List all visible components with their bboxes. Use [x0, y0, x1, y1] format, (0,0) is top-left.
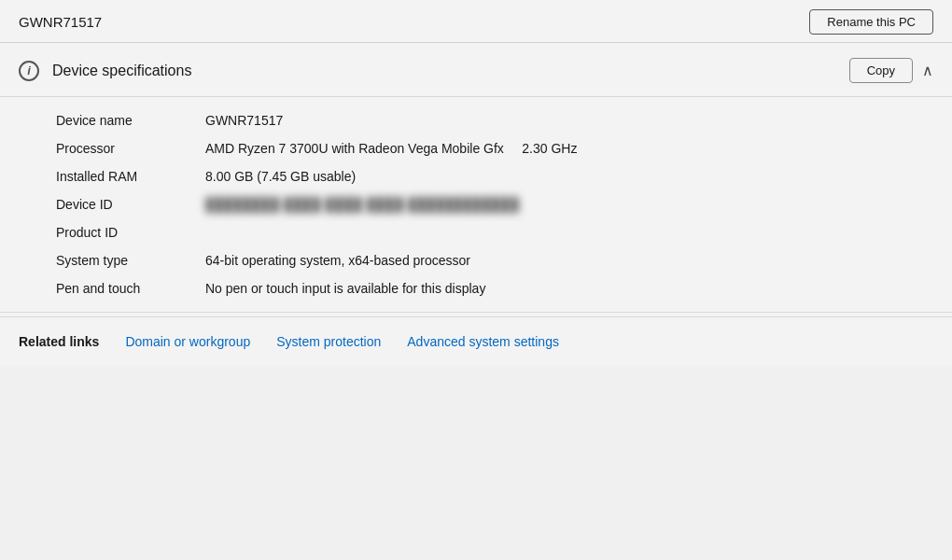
- spec-label-system-type: System type: [56, 253, 205, 268]
- spec-label-product-id: Product ID: [56, 225, 205, 240]
- spec-header-left: i Device specifications: [19, 61, 191, 81]
- table-row: Product ID: [56, 218, 896, 246]
- table-row: System type 64-bit operating system, x64…: [56, 246, 896, 274]
- spec-label-processor: Processor: [56, 141, 205, 156]
- spec-value-pen-touch: No pen or touch input is available for t…: [205, 281, 485, 296]
- table-row: Device name GWNR71517: [56, 106, 896, 134]
- spec-label-installed-ram: Installed RAM: [56, 169, 205, 184]
- related-link-system-protection[interactable]: System protection: [276, 334, 381, 349]
- spec-header-right: Copy ∧: [849, 58, 933, 83]
- spec-label-pen-touch: Pen and touch: [56, 281, 205, 296]
- spec-value-installed-ram: 8.00 GB (7.45 GB usable): [205, 169, 356, 184]
- related-link-advanced-settings[interactable]: Advanced system settings: [407, 334, 559, 349]
- info-icon: i: [19, 61, 39, 81]
- spec-section-title: Device specifications: [52, 63, 191, 79]
- bottom-area: [0, 366, 952, 560]
- spec-value-device-name: GWNR71517: [205, 113, 283, 128]
- table-row: Pen and touch No pen or touch input is a…: [56, 274, 896, 302]
- table-row: Device ID ████████-████-████-████-██████…: [56, 190, 896, 218]
- top-bar: GWNR71517 Rename this PC: [0, 0, 952, 43]
- table-row: Installed RAM 8.00 GB (7.45 GB usable): [56, 162, 896, 190]
- spec-value-device-id: ████████-████-████-████-████████████: [205, 197, 519, 212]
- spec-value-processor: AMD Ryzen 7 3700U with Radeon Vega Mobil…: [205, 141, 577, 156]
- table-row: Processor AMD Ryzen 7 3700U with Radeon …: [56, 134, 896, 162]
- spec-label-device-name: Device name: [56, 113, 205, 128]
- related-links-section: Related links Domain or workgroup System…: [0, 316, 952, 366]
- copy-button[interactable]: Copy: [849, 58, 913, 83]
- spec-label-device-id: Device ID: [56, 197, 205, 212]
- rename-pc-button[interactable]: Rename this PC: [809, 9, 933, 35]
- chevron-up-icon[interactable]: ∧: [922, 62, 933, 79]
- page-container: GWNR71517 Rename this PC i Device specif…: [0, 0, 952, 560]
- device-name-top: GWNR71517: [19, 14, 102, 30]
- related-link-domain[interactable]: Domain or workgroup: [125, 334, 250, 349]
- spec-section-header: i Device specifications Copy ∧: [0, 43, 952, 97]
- spec-table: Device name GWNR71517 Processor AMD Ryze…: [0, 97, 952, 313]
- spec-value-system-type: 64-bit operating system, x64-based proce…: [205, 253, 470, 268]
- related-links-label: Related links: [19, 334, 99, 349]
